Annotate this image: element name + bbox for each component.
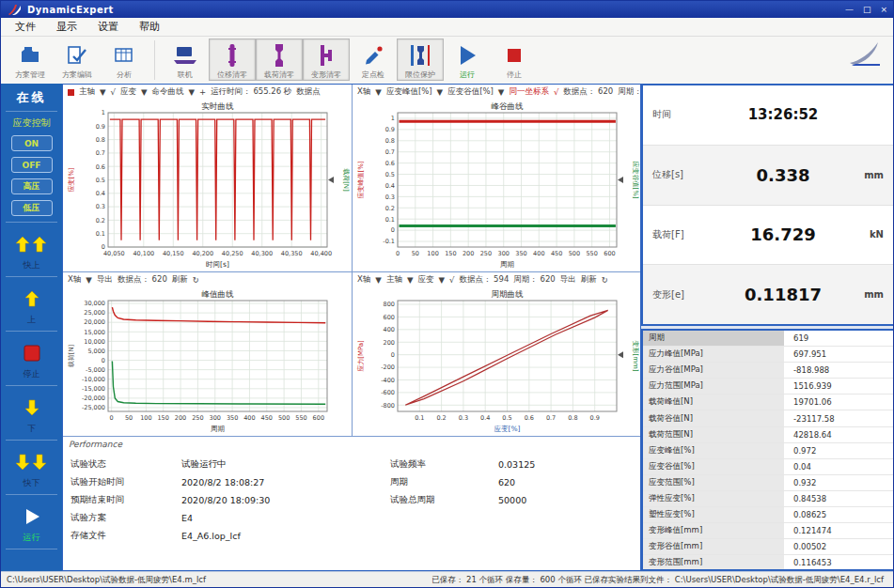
table-row[interactable]: 应变峰值[%]0.972 xyxy=(643,443,893,459)
disp-zero-button[interactable]: 位移清零 xyxy=(209,39,256,81)
chart-header-item[interactable]: ↻ xyxy=(193,275,199,285)
chart-header-item[interactable]: √ xyxy=(554,87,558,97)
menu-item-2[interactable]: 显示 xyxy=(46,18,87,36)
chart-header-item[interactable]: ▼ xyxy=(438,275,445,285)
analysis-button[interactable]: 分析 xyxy=(101,39,148,81)
jog-fast-down-button[interactable]: 快下 xyxy=(15,448,49,489)
chart-header-item[interactable]: ▼ xyxy=(375,87,382,97)
chart-header-item[interactable]: ▼ xyxy=(375,275,382,285)
svg-text:10,000: 10,000 xyxy=(84,338,105,346)
table-row[interactable]: 周期619 xyxy=(643,331,893,347)
table-row[interactable]: 弹性应变[%]0.84538 xyxy=(643,491,893,507)
jog-run-button[interactable]: 运行 xyxy=(23,503,41,544)
svg-text:500: 500 xyxy=(278,414,290,422)
table-row[interactable]: 载荷谷值[N]-23117.58 xyxy=(643,410,893,426)
chart-header-item[interactable]: X轴 xyxy=(68,274,81,286)
chart-header-item[interactable]: 应变谷值[%] xyxy=(447,86,494,98)
chart-header-item[interactable]: √ xyxy=(111,87,116,97)
chart-header-item[interactable]: ▼ xyxy=(86,275,92,285)
chart-header-item[interactable]: 应变峰值[%] xyxy=(386,86,432,98)
sidebar-divider xyxy=(6,385,58,386)
chart-header-item[interactable]: 导出 xyxy=(97,274,113,286)
table-row[interactable]: 应力范围[MPa]1516.939 xyxy=(643,379,893,395)
run-icon xyxy=(456,40,478,70)
power-button-2[interactable]: OFF xyxy=(11,157,53,173)
realtime-chart-header: 主轴▼√应变▼命令曲线▼+运行时间： 655.26 秒数据点 xyxy=(63,85,352,100)
svg-text:-400: -400 xyxy=(381,377,395,384)
stop-button[interactable]: 停止 xyxy=(491,39,538,81)
svg-text:0: 0 xyxy=(102,243,105,251)
jog-up-button[interactable]: 上 xyxy=(24,285,39,326)
chart-header-item[interactable]: 数据点： 594 xyxy=(459,274,509,286)
chart-header-item[interactable]: 命令曲线 xyxy=(152,86,184,98)
chart-header-item[interactable]: 主轴 xyxy=(386,274,402,286)
chart-header-item[interactable]: 刷新 xyxy=(172,274,188,286)
plan-manage-button[interactable]: 方案管理 xyxy=(7,39,54,81)
plan-edit-label: 方案编辑 xyxy=(62,70,92,80)
chart-header-item[interactable]: + xyxy=(199,87,206,97)
table-row[interactable]: 应变谷值[%]0.04 xyxy=(643,459,893,475)
chart-header-item[interactable]: 主轴 xyxy=(79,86,95,98)
close-button[interactable]: × xyxy=(880,5,887,14)
chart-header-item[interactable]: 数据点： 620 xyxy=(118,274,167,286)
chart-header-item[interactable]: 导出 xyxy=(560,274,576,286)
svg-text:0.8: 0.8 xyxy=(96,136,105,144)
plan-edit-button[interactable]: 方案编辑 xyxy=(54,39,101,81)
table-row[interactable]: 应力峰值[MPa]697.951 xyxy=(643,347,893,363)
table-row[interactable]: 应变范围[%]0.932 xyxy=(643,475,893,491)
limit-protect-icon xyxy=(407,40,433,70)
table-row[interactable]: 变形谷值[mm]0.00502 xyxy=(643,539,893,555)
limit-protect-button[interactable]: 限位保护 xyxy=(397,39,444,81)
chart-header-item[interactable]: ▼ xyxy=(498,87,505,97)
menu-item-3[interactable]: 设置 xyxy=(87,18,129,36)
power-button-4[interactable]: 低压 xyxy=(11,200,53,216)
chart-header-item[interactable]: 数据点： 620 xyxy=(563,86,613,98)
jog-down-button[interactable]: 下 xyxy=(24,394,39,435)
run-button[interactable]: 运行 xyxy=(444,39,491,81)
power-button-1[interactable]: ON xyxy=(11,135,53,151)
chart-header-item[interactable]: 同一坐标系 xyxy=(509,86,549,98)
jog-point-button[interactable]: 定点检 xyxy=(350,39,397,81)
chart-header-item[interactable]: 运行时间： 655.26 秒 xyxy=(211,86,291,98)
jog-fast-down-label: 快下 xyxy=(24,477,40,489)
result-label: 应变谷值[%] xyxy=(643,459,784,474)
chart-header-item[interactable]: X轴 xyxy=(357,274,370,286)
chart-header-item[interactable]: 周期： 620 xyxy=(513,274,555,286)
chart-header-item[interactable]: 数据点 xyxy=(296,86,321,98)
chart-header-item[interactable]: X轴 xyxy=(357,86,370,98)
table-row[interactable]: 载荷峰值[N]19701.06 xyxy=(643,395,893,410)
chart-header-item[interactable]: ↻ xyxy=(602,275,608,285)
svg-text:1: 1 xyxy=(102,109,105,116)
table-row[interactable]: 应力谷值[MPa]-818.988 xyxy=(643,363,893,379)
table-row[interactable]: 载荷范围[N]42818.64 xyxy=(643,427,893,443)
table-row[interactable]: 变形峰值[mm]0.121474 xyxy=(643,523,893,539)
svg-text:450: 450 xyxy=(551,250,562,257)
connect-button[interactable]: 联机 xyxy=(162,39,209,81)
power-button-3[interactable]: 高压 xyxy=(11,178,53,194)
svg-text:200: 200 xyxy=(384,339,395,347)
minimize-button[interactable]: — xyxy=(845,5,854,14)
menu-item-1[interactable]: 文件 xyxy=(5,18,46,36)
chart-header-item[interactable]: 周期： 620 xyxy=(618,86,640,98)
chart-header-item[interactable]: ▼ xyxy=(141,87,148,97)
jog-fast-up-button[interactable]: 快上 xyxy=(15,230,49,271)
chart-header-item[interactable]: ▼ xyxy=(437,87,444,97)
performance-left-row: 预期结束时间2020/8/20 18:09:30 xyxy=(71,491,381,509)
chart-header-item[interactable]: 应变 xyxy=(417,274,433,286)
table-row[interactable]: 变形范围[mm]0.116453 xyxy=(643,555,893,571)
svg-text:应变峰值[%]: 应变峰值[%] xyxy=(356,161,365,198)
chart-header-item[interactable]: 应变 xyxy=(120,86,136,98)
table-row[interactable]: 塑性应变[%]0.08625 xyxy=(643,507,893,523)
jog-stop-button[interactable]: 停止 xyxy=(24,339,40,380)
chart-header-item[interactable]: 刷新 xyxy=(581,274,597,286)
chart-header-item[interactable]: √ xyxy=(449,275,454,285)
deform-zero-button[interactable]: 变形清零 xyxy=(303,39,350,81)
maximize-button[interactable]: □ xyxy=(863,5,871,14)
svg-text:0: 0 xyxy=(391,351,395,359)
chart-header-item[interactable]: ▼ xyxy=(189,87,196,97)
chart-header-item[interactable]: ▼ xyxy=(407,275,414,285)
menu-item-4[interactable]: 帮助 xyxy=(129,18,170,36)
load-zero-button[interactable]: 载荷清零 xyxy=(256,39,303,81)
hysteresis-chart: 0.10.20.30.40.50.60.70.80.9-800-600-400-… xyxy=(354,287,640,434)
chart-header-item[interactable]: ▼ xyxy=(100,87,106,97)
